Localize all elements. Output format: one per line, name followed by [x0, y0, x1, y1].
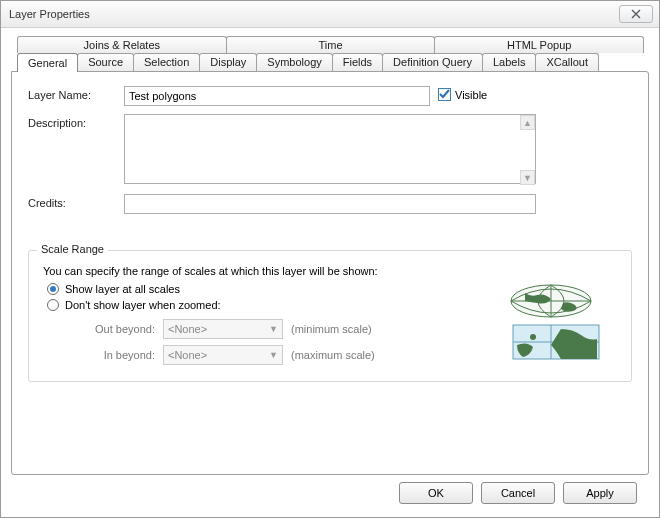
layer-name-label: Layer Name: — [28, 86, 124, 101]
visible-label: Visible — [455, 89, 487, 101]
tab-source[interactable]: Source — [77, 53, 134, 71]
scale-range-group: Scale Range You can specify the range of… — [28, 250, 632, 382]
scroll-up-icon[interactable]: ▲ — [520, 115, 535, 130]
apply-button[interactable]: Apply — [563, 482, 637, 504]
scroll-down-icon[interactable]: ▼ — [520, 170, 535, 185]
chevron-down-icon: ▼ — [269, 324, 278, 334]
out-beyond-value: <None> — [168, 323, 207, 335]
tab-joins-relates[interactable]: Joins & Relates — [17, 36, 227, 53]
tab-symbology[interactable]: Symbology — [256, 53, 332, 71]
dialog-window: Layer Properties Joins & Relates Time HT… — [0, 0, 660, 518]
scale-illustration — [491, 283, 611, 363]
window-title: Layer Properties — [9, 8, 90, 20]
out-beyond-hint: (minimum scale) — [291, 323, 372, 335]
out-beyond-combo[interactable]: <None> ▼ — [163, 319, 283, 339]
radio-show-all-label: Show layer at all scales — [65, 283, 180, 295]
scale-range-intro: You can specify the range of scales at w… — [43, 265, 617, 277]
radio-dont-show-label: Don't show layer when zoomed: — [65, 299, 221, 311]
tab-panel-general: Layer Name: Visible Description: ▲ ▼ — [11, 71, 649, 475]
in-beyond-value: <None> — [168, 349, 207, 361]
out-beyond-label: Out beyond: — [71, 323, 155, 335]
layer-name-input[interactable] — [124, 86, 430, 106]
radio-show-all[interactable] — [47, 283, 59, 295]
tab-labels[interactable]: Labels — [482, 53, 536, 71]
visible-checkbox[interactable] — [438, 88, 451, 101]
tab-definition-query[interactable]: Definition Query — [382, 53, 483, 71]
in-beyond-hint: (maximum scale) — [291, 349, 375, 361]
dialog-footer: OK Cancel Apply — [11, 475, 649, 511]
ok-button[interactable]: OK — [399, 482, 473, 504]
in-beyond-label: In beyond: — [71, 349, 155, 361]
tab-xcallout[interactable]: XCallout — [535, 53, 599, 71]
scale-range-title: Scale Range — [37, 243, 108, 255]
tabs: Joins & Relates Time HTML Popup General … — [11, 36, 649, 71]
svg-point-4 — [530, 334, 536, 340]
titlebar: Layer Properties — [1, 1, 659, 28]
description-textarea[interactable] — [124, 114, 536, 184]
tab-general[interactable]: General — [17, 53, 78, 72]
tab-html-popup[interactable]: HTML Popup — [434, 36, 644, 53]
in-beyond-combo[interactable]: <None> ▼ — [163, 345, 283, 365]
radio-dont-show[interactable] — [47, 299, 59, 311]
tab-fields[interactable]: Fields — [332, 53, 383, 71]
credits-input[interactable] — [124, 194, 536, 214]
check-icon — [439, 89, 450, 100]
close-button[interactable] — [619, 5, 653, 23]
tab-time[interactable]: Time — [226, 36, 436, 53]
chevron-down-icon: ▼ — [269, 350, 278, 360]
credits-label: Credits: — [28, 194, 124, 209]
cancel-button[interactable]: Cancel — [481, 482, 555, 504]
description-label: Description: — [28, 114, 124, 129]
close-icon — [631, 9, 641, 19]
tab-selection[interactable]: Selection — [133, 53, 200, 71]
tab-display[interactable]: Display — [199, 53, 257, 71]
